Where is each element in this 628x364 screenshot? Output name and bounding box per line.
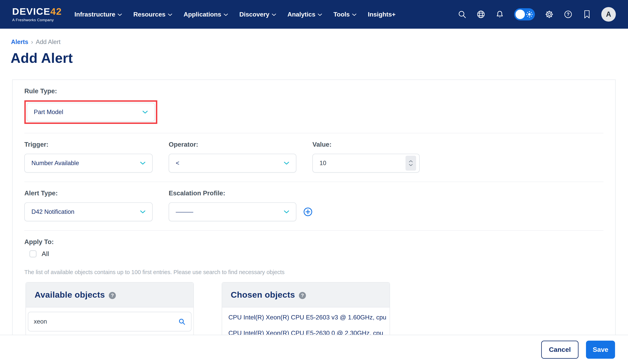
- nav-menu-tools[interactable]: Tools: [333, 11, 356, 18]
- escalation-profile-field: Escalation Profile: ———: [169, 189, 313, 221]
- nav-menu-label: Discovery: [239, 11, 269, 18]
- breadcrumb-alerts-link[interactable]: Alerts: [11, 38, 28, 46]
- top-navbar: DEVICE42 A Freshworks Company Infrastruc…: [0, 0, 628, 29]
- alert-type-escalation-row: Alert Type: D42 Notification Escalation …: [24, 182, 604, 231]
- help-icon[interactable]: ?: [564, 10, 573, 19]
- available-search-box: [28, 312, 191, 331]
- available-objects-header: Available objects ?: [26, 283, 193, 307]
- rule-type-row: Rule Type: Part Model: [24, 80, 604, 133]
- chevron-down-icon: [118, 13, 122, 16]
- cancel-button[interactable]: Cancel: [541, 341, 578, 359]
- apply-to-row: Apply To: All The list of available obje…: [24, 231, 604, 276]
- chevron-down-icon: [318, 13, 322, 16]
- add-alert-form-card: Rule Type: Part Model Trigger: Number Av…: [12, 79, 616, 335]
- available-search-input[interactable]: [34, 318, 175, 325]
- breadcrumb-separator: ›: [31, 38, 33, 46]
- available-objects-panel: Available objects ?: [25, 282, 194, 335]
- value-label: Value:: [313, 141, 420, 148]
- list-item[interactable]: CPU Intel(R) Xeon(R) CPU E5-2603 v3 @ 1.…: [222, 309, 390, 325]
- chevron-down-icon: [409, 164, 413, 166]
- list-item[interactable]: CPU Intel(R) Xeon(R) CPU E5-2630 0 @ 2.3…: [222, 325, 390, 335]
- rule-type-label: Rule Type:: [24, 87, 604, 95]
- chevron-down-icon: [352, 13, 356, 16]
- chevron-down-icon: [140, 210, 146, 214]
- plus-circle-icon: [303, 207, 313, 217]
- nav-menu-discovery[interactable]: Discovery: [239, 11, 276, 18]
- alert-type-select[interactable]: D42 Notification: [24, 202, 153, 221]
- nav-menu-resources[interactable]: Resources: [133, 11, 172, 18]
- sun-icon: [526, 11, 533, 18]
- save-button[interactable]: Save: [586, 341, 615, 359]
- navbar-actions: ? A: [458, 7, 616, 22]
- trigger-operator-value-row: Trigger: Number Available Operator: < Va…: [24, 133, 604, 182]
- apply-all-checkbox[interactable]: [29, 250, 37, 257]
- search-icon[interactable]: [458, 10, 467, 19]
- chevron-down-icon: [284, 210, 289, 214]
- value-field: Value:: [313, 141, 420, 173]
- chevron-down-icon: [272, 13, 276, 16]
- chevron-down-icon: [142, 111, 148, 114]
- main-menu: Infrastructure Resources Applications Di…: [75, 11, 395, 18]
- nav-menu-label: Applications: [184, 11, 221, 18]
- nav-menu-label: Tools: [333, 11, 350, 18]
- nav-menu-applications[interactable]: Applications: [184, 11, 228, 18]
- chosen-objects-header: Chosen objects ?: [222, 283, 390, 307]
- notifications-bell-icon[interactable]: [495, 10, 504, 19]
- breadcrumb-current: Add Alert: [36, 38, 61, 46]
- nav-menu-insights[interactable]: Insights+: [368, 11, 395, 18]
- available-search-row: [26, 307, 193, 335]
- value-stepper[interactable]: [405, 156, 416, 171]
- object-picker: Available objects ? Chosen objects ? CPU…: [24, 282, 604, 335]
- apply-all-label: All: [42, 250, 49, 258]
- page-title: Add Alert: [11, 50, 628, 66]
- apply-to-label: Apply To:: [24, 238, 604, 246]
- help-icon[interactable]: ?: [109, 292, 116, 299]
- search-icon[interactable]: [178, 318, 186, 325]
- nav-menu-label: Infrastructure: [75, 11, 115, 18]
- rule-type-select[interactable]: Part Model: [27, 103, 155, 122]
- nav-menu-infrastructure[interactable]: Infrastructure: [75, 11, 122, 18]
- rule-type-value: Part Model: [34, 109, 63, 116]
- nav-menu-analytics[interactable]: Analytics: [288, 11, 322, 18]
- available-objects-title: Available objects: [35, 290, 105, 300]
- trigger-value: Number Available: [31, 160, 79, 167]
- trigger-field: Trigger: Number Available: [24, 141, 153, 173]
- operator-select[interactable]: <: [169, 154, 296, 173]
- add-escalation-profile-button[interactable]: [303, 207, 313, 217]
- chosen-objects-list: CPU Intel(R) Xeon(R) CPU E5-2603 v3 @ 1.…: [222, 307, 390, 335]
- avatar-initial: A: [606, 10, 611, 18]
- value-input-wrap: [313, 154, 420, 173]
- chosen-objects-title: Chosen objects: [231, 290, 295, 300]
- nav-menu-label: Analytics: [288, 11, 315, 18]
- operator-value: <: [176, 160, 179, 167]
- logo-text: DEVICE42: [12, 7, 62, 16]
- bookmark-icon[interactable]: [582, 10, 591, 19]
- operator-label: Operator:: [169, 141, 296, 148]
- nav-menu-label: Resources: [133, 11, 165, 18]
- escalation-profile-select[interactable]: ———: [169, 202, 296, 221]
- nav-menu-label: Insights+: [368, 11, 395, 18]
- theme-toggle[interactable]: [514, 8, 535, 20]
- chevron-down-icon: [284, 162, 289, 165]
- objects-limit-note: The list of available objects contains u…: [24, 269, 604, 276]
- escalation-profile-label: Escalation Profile:: [169, 189, 313, 197]
- svg-text:?: ?: [567, 11, 570, 17]
- toggle-knob: [515, 10, 525, 19]
- value-input[interactable]: [319, 160, 394, 167]
- chevron-down-icon: [224, 13, 228, 16]
- chosen-objects-panel: Chosen objects ? CPU Intel(R) Xeon(R) CP…: [222, 282, 390, 335]
- alert-type-value: D42 Notification: [31, 208, 75, 215]
- alert-type-field: Alert Type: D42 Notification: [24, 189, 153, 221]
- rule-type-highlight: Part Model: [24, 100, 157, 124]
- globe-icon[interactable]: [476, 10, 485, 19]
- breadcrumb: Alerts › Add Alert: [11, 38, 628, 46]
- user-avatar[interactable]: A: [601, 7, 616, 22]
- settings-gear-icon[interactable]: [545, 10, 554, 19]
- device42-logo[interactable]: DEVICE42 A Freshworks Company: [12, 7, 62, 22]
- chevron-down-icon: [140, 162, 146, 165]
- help-icon[interactable]: ?: [299, 292, 306, 299]
- escalation-profile-value: ———: [176, 208, 193, 215]
- trigger-select[interactable]: Number Available: [24, 154, 153, 173]
- operator-field: Operator: <: [169, 141, 296, 173]
- form-footer: Cancel Save: [0, 335, 628, 364]
